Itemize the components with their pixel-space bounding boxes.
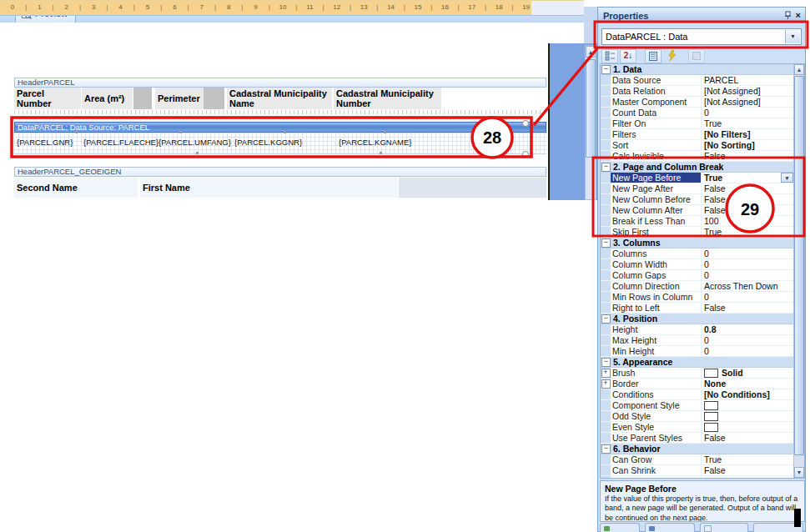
- property-row[interactable]: Right to LeftFalse: [601, 303, 793, 314]
- property-row[interactable]: Column Gaps0: [601, 270, 793, 281]
- property-row[interactable]: New Column AfterFalse: [601, 205, 793, 216]
- header-cell[interactable]: Area (m²): [82, 88, 133, 109]
- pin-icon[interactable]: [783, 11, 792, 20]
- value-dropdown-button[interactable]: ▼: [781, 173, 793, 183]
- property-pages-icon[interactable]: [645, 49, 662, 63]
- report-page[interactable]: HeaderPARCEL Parcel NumberArea (m²)Perim…: [0, 43, 550, 200]
- property-row[interactable]: Can ShrinkFalse: [601, 465, 793, 476]
- scroll-down-button[interactable]: ▼: [794, 467, 804, 478]
- panel-tab[interactable]: [645, 523, 695, 532]
- field-placeholder[interactable]: {PARCEL.KGGNR}: [234, 138, 302, 147]
- collapse-icon[interactable]: −: [601, 163, 611, 172]
- property-row[interactable]: Columns0: [601, 248, 793, 259]
- property-row[interactable]: New Page BeforeTrue▼: [601, 173, 793, 183]
- property-row[interactable]: Min Height0: [601, 346, 793, 357]
- header-cell[interactable]: Perimeter: [155, 88, 204, 109]
- scroll-up-button[interactable]: ▲: [586, 46, 596, 58]
- header-spacer-cell[interactable]: [204, 88, 224, 109]
- property-row[interactable]: Min Rows in Column0: [601, 292, 793, 303]
- property-row[interactable]: Skip FirstTrue: [601, 227, 793, 238]
- property-row[interactable]: +BorderNone: [601, 379, 793, 389]
- field-placeholder[interactable]: {PARCEL.GNR}: [17, 138, 73, 147]
- property-row[interactable]: Column DirectionAcross Then Down: [601, 281, 793, 292]
- panel-tab[interactable]: [600, 523, 640, 532]
- property-row[interactable]: Component Style: [601, 400, 793, 411]
- field-placeholder[interactable]: {PARCEL.FLAECHE}: [83, 138, 158, 147]
- data-parcel-band-area[interactable]: {PARCEL.GNR}{PARCEL.FLAECHE}{PARCEL.UMFA…: [14, 133, 546, 154]
- collapse-icon[interactable]: −: [601, 238, 611, 248]
- property-section-header[interactable]: −2. Page and Column Break: [601, 162, 793, 173]
- header-cell[interactable]: Second Name: [14, 178, 138, 198]
- collapse-icon[interactable]: −: [601, 358, 611, 367]
- row-indent: [601, 389, 611, 399]
- band-header-parcel-geoeigen[interactable]: HeaderPARCEL_GEOEIGEN: [14, 167, 546, 177]
- property-row[interactable]: Data Relation[Not Assigned]: [601, 86, 793, 97]
- properties-title-bar[interactable]: Properties ×: [598, 8, 805, 23]
- chevron-down-icon[interactable]: ▼: [785, 30, 800, 43]
- property-row[interactable]: +BrushSolid: [601, 368, 793, 379]
- property-grid-scrollbar[interactable]: ▲ ▼: [793, 64, 804, 478]
- events-icon[interactable]: [663, 49, 680, 63]
- close-icon[interactable]: ×: [796, 11, 801, 20]
- property-section-header[interactable]: −6. Behavior: [601, 444, 793, 454]
- header-cell[interactable]: Cadastral Municipality Number: [334, 88, 441, 109]
- scroll-up-button[interactable]: ▲: [794, 64, 804, 75]
- property-row[interactable]: Column Width0: [601, 259, 793, 270]
- property-row[interactable]: Even Style: [601, 422, 793, 433]
- property-row[interactable]: Max Height0: [601, 335, 793, 346]
- property-description-icon[interactable]: [688, 49, 705, 63]
- style-swatch[interactable]: [704, 423, 718, 432]
- property-value-text: 0: [704, 335, 709, 345]
- categorized-view-icon[interactable]: [601, 49, 618, 63]
- property-label: Count Data: [611, 108, 702, 118]
- property-value-text: True: [704, 454, 722, 464]
- header-cell[interactable]: Cadastral Municipality Name: [227, 88, 332, 109]
- field-placeholder[interactable]: {PARCEL.UMFANG}: [158, 138, 231, 147]
- selection-handle[interactable]: [522, 120, 529, 127]
- property-section-header[interactable]: −3. Columns: [601, 238, 793, 248]
- property-row[interactable]: Odd Style: [601, 411, 793, 422]
- collapse-icon[interactable]: −: [601, 314, 611, 324]
- style-swatch[interactable]: [704, 369, 718, 378]
- property-section-header[interactable]: −5. Appearance: [601, 357, 793, 368]
- property-row[interactable]: Data SourcePARCEL: [601, 75, 793, 86]
- style-swatch[interactable]: [704, 401, 718, 410]
- selection-handle[interactable]: [522, 151, 529, 158]
- header-spacer-cell[interactable]: [133, 88, 152, 109]
- property-row[interactable]: Use Parent StylesFalse: [601, 433, 793, 444]
- property-row[interactable]: Break if Less Than100: [601, 216, 793, 227]
- collapse-icon[interactable]: −: [601, 444, 611, 454]
- cell-edge-mark: [284, 131, 286, 133]
- property-row[interactable]: Calc InvisibleFalse: [601, 151, 793, 162]
- property-row[interactable]: Filter OnTrue: [601, 118, 793, 129]
- property-row[interactable]: Can BreakFalse: [601, 476, 793, 479]
- field-placeholder[interactable]: {PARCEL.KGNAME}: [339, 138, 411, 147]
- property-row[interactable]: New Page AfterFalse: [601, 183, 793, 194]
- property-row[interactable]: Height0.8: [601, 324, 793, 335]
- expand-icon[interactable]: +: [601, 379, 611, 389]
- property-row[interactable]: Filters[No Filters]: [601, 129, 793, 140]
- header-cell[interactable]: First Name: [140, 178, 398, 198]
- component-selector[interactable]: DataPARCEL : Data ▼: [601, 28, 802, 45]
- property-row[interactable]: Conditions[No Conditions]: [601, 389, 793, 400]
- style-swatch[interactable]: [704, 412, 718, 421]
- property-row[interactable]: Master Component[Not Assigned]: [601, 97, 793, 108]
- property-section-header[interactable]: −4. Position: [601, 314, 793, 324]
- band-header-parcel[interactable]: HeaderPARCEL: [14, 78, 546, 88]
- panel-tab[interactable]: [700, 523, 748, 532]
- property-row[interactable]: Count Data0: [601, 108, 793, 118]
- expand-icon[interactable]: +: [601, 369, 611, 378]
- header-spacer-cell[interactable]: [399, 178, 546, 198]
- band-data-parcel[interactable]: DataPARCEL; Data Source: PARCEL: [14, 122, 546, 133]
- property-row[interactable]: Can GrowTrue: [601, 454, 793, 465]
- preview-scrollbar[interactable]: ▲: [585, 45, 596, 200]
- property-row[interactable]: Sort[No Sorting]: [601, 140, 793, 151]
- header-cell[interactable]: Parcel Number: [14, 88, 81, 109]
- scrollbar-thumb[interactable]: [586, 59, 596, 158]
- property-row[interactable]: New Column BeforeFalse: [601, 194, 793, 205]
- alphabetical-sort-icon[interactable]: 2↓: [620, 49, 636, 63]
- collapse-icon[interactable]: −: [601, 65, 611, 74]
- property-value-text: 0: [704, 108, 709, 118]
- scrollbar-thumb[interactable]: [794, 76, 804, 455]
- property-section-header[interactable]: −1. Data: [601, 64, 793, 75]
